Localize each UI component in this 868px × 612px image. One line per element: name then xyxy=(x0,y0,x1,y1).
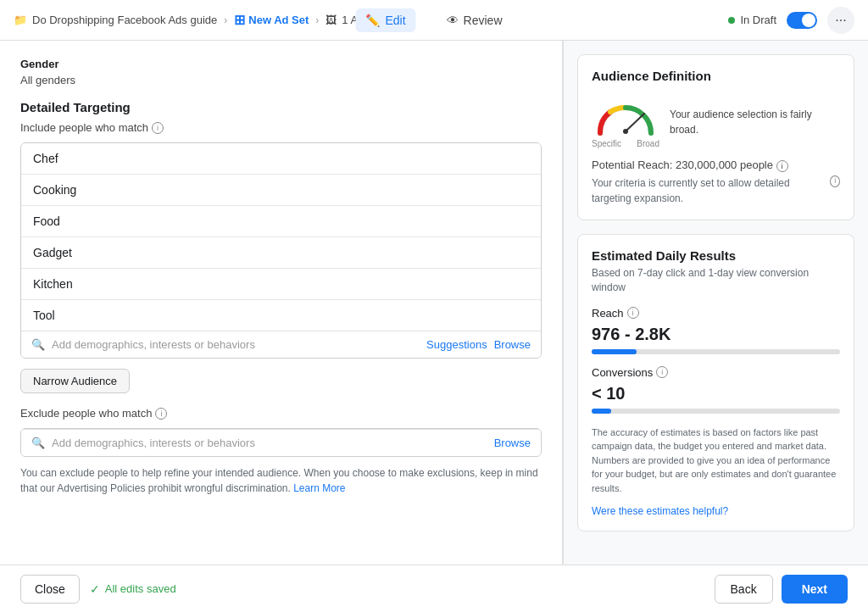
potential-reach: Potential Reach: 230,000,000 people i xyxy=(592,159,840,172)
bottom-right: Back Next xyxy=(715,575,848,604)
gender-value: All genders xyxy=(20,74,542,86)
gauge-description: Your audience selection is fairly broad. xyxy=(670,107,840,137)
targeting-item[interactable]: Food xyxy=(21,206,541,237)
reach-metric-info-icon[interactable]: i xyxy=(627,307,639,319)
conversions-value: < 10 xyxy=(592,384,840,403)
edit-icon: ✏️ xyxy=(365,14,380,27)
edr-subtitle: Based on 7-day click and 1-day view conv… xyxy=(592,266,840,295)
breadcrumb-sep-1: › xyxy=(224,14,227,26)
svg-line-0 xyxy=(626,114,644,131)
narrow-audience-button[interactable]: Narrow Audience xyxy=(20,369,130,393)
tab-edit[interactable]: ✏️ Edit xyxy=(355,8,415,32)
gauge-labels: Specific Broad xyxy=(592,139,659,148)
ad-icon: 🖼 xyxy=(326,14,337,26)
main-layout: Gender All genders Detailed Targeting In… xyxy=(0,41,868,565)
gauge-svg xyxy=(592,95,659,137)
targeting-item[interactable]: Cooking xyxy=(21,175,541,206)
next-button[interactable]: Next xyxy=(782,575,848,604)
campaign-folder-icon: 📁 xyxy=(14,14,27,26)
edr-title: Estimated Daily Results xyxy=(592,248,840,263)
breadcrumb-adset[interactable]: ⊞ New Ad Set xyxy=(234,12,309,28)
conversions-bar xyxy=(592,409,840,414)
right-panel: Audience Definition xyxy=(563,41,868,565)
targeting-list: ChefCookingFoodGadgetKitchenTool xyxy=(21,143,541,331)
bottom-bar: Close ✓ All edits saved Back Next xyxy=(0,565,868,612)
gauge-section: Specific Broad Your audience selection i… xyxy=(592,95,840,148)
accuracy-text: The accuracy of estimates is based on fa… xyxy=(592,426,840,496)
top-bar-right: In Draft ··· xyxy=(728,7,854,34)
learn-more-link[interactable]: Learn More xyxy=(293,482,345,494)
suggestions-link[interactable]: Suggestions xyxy=(426,338,487,351)
targeting-search-icon: 🔍 xyxy=(31,338,45,351)
exclude-search-row: 🔍 Browse xyxy=(21,429,541,456)
targeting-item[interactable]: Chef xyxy=(21,143,541,175)
exclude-search-box: 🔍 Browse xyxy=(20,428,542,457)
review-icon: 👁 xyxy=(447,14,459,27)
breadcrumb-campaign[interactable]: 📁 Do Dropshipping Facebook Ads guide xyxy=(14,14,217,26)
reach-bar-fill xyxy=(592,349,637,354)
gender-label: Gender xyxy=(20,58,542,70)
exclude-label: Exclude people who match i xyxy=(20,407,542,420)
conversions-info-icon[interactable]: i xyxy=(656,366,668,378)
conversions-label: Conversions i xyxy=(592,366,840,379)
targeting-item[interactable]: Tool xyxy=(21,300,541,331)
close-button[interactable]: Close xyxy=(20,575,80,604)
exclude-browse[interactable]: Browse xyxy=(494,437,531,449)
helper-text: You can exclude people to help refine yo… xyxy=(20,465,542,496)
estimated-daily-results-card: Estimated Daily Results Based on 7-day c… xyxy=(577,234,854,531)
status-badge: In Draft xyxy=(728,14,776,26)
targeting-item[interactable]: Gadget xyxy=(21,237,541,269)
targeting-search-input[interactable] xyxy=(52,338,420,351)
exclude-search-icon: 🔍 xyxy=(31,437,45,449)
left-panel: Gender All genders Detailed Targeting In… xyxy=(0,41,563,565)
include-info-icon[interactable]: i xyxy=(152,122,164,134)
detailed-targeting-label: Detailed Targeting xyxy=(20,100,542,114)
exclude-browse-link: Browse xyxy=(494,437,531,449)
top-bar: 📁 Do Dropshipping Facebook Ads guide › ⊞… xyxy=(0,0,868,41)
status-dot xyxy=(728,17,735,24)
breadcrumb: 📁 Do Dropshipping Facebook Ads guide › ⊞… xyxy=(14,12,364,28)
expansion-info-icon[interactable]: i xyxy=(830,175,840,187)
reach-info-icon[interactable]: i xyxy=(776,160,788,172)
helpful-link[interactable]: Were these estimates helpful? xyxy=(592,505,728,517)
tab-bar: ✏️ Edit 👁 Review xyxy=(355,8,512,32)
bottom-left: Close ✓ All edits saved xyxy=(20,575,176,604)
check-icon: ✓ xyxy=(90,582,100,596)
targeting-search-row: 🔍 Suggestions Browse xyxy=(21,331,541,358)
exclude-search-input[interactable] xyxy=(52,437,487,449)
audience-definition-title: Audience Definition xyxy=(592,69,840,83)
targeting-search-links: Suggestions Browse xyxy=(426,338,531,351)
include-label: Include people who match i xyxy=(20,121,542,134)
breadcrumb-sep-2: › xyxy=(315,14,319,26)
reach-bar xyxy=(592,349,840,354)
reach-label: Reach i xyxy=(592,307,840,320)
reach-value: 976 - 2.8K xyxy=(592,325,840,344)
exclude-info-icon[interactable]: i xyxy=(155,408,167,420)
audience-definition-card: Audience Definition xyxy=(577,54,854,220)
browse-link[interactable]: Browse xyxy=(494,338,531,351)
more-options-button[interactable]: ··· xyxy=(827,7,854,34)
conversions-bar-fill xyxy=(592,409,611,414)
expansion-text: Your criteria is currently set to allow … xyxy=(592,175,840,206)
svg-point-1 xyxy=(623,129,628,134)
targeting-item[interactable]: Kitchen xyxy=(21,269,541,300)
saved-status: ✓ All edits saved xyxy=(90,582,176,596)
adset-grid-icon: ⊞ xyxy=(234,12,245,28)
draft-toggle[interactable] xyxy=(787,12,817,29)
back-button[interactable]: Back xyxy=(715,575,773,604)
targeting-box: ChefCookingFoodGadgetKitchenTool 🔍 Sugge… xyxy=(20,142,542,359)
tab-review[interactable]: 👁 Review xyxy=(437,8,513,32)
